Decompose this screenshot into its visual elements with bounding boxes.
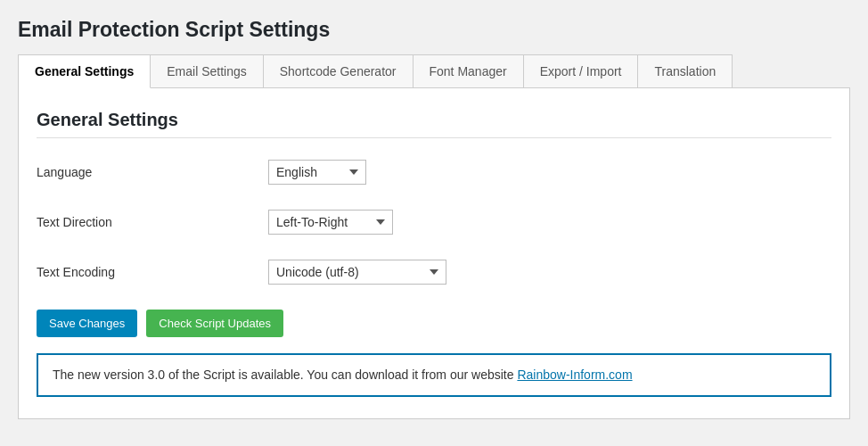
- save-changes-button[interactable]: Save Changes: [37, 310, 137, 337]
- tab-translation[interactable]: Translation: [638, 55, 732, 87]
- text-direction-control: Left-To-Right Right-To-Left: [268, 210, 393, 235]
- tab-general-settings[interactable]: General Settings: [19, 55, 151, 88]
- text-direction-label: Text Direction: [37, 215, 268, 229]
- page-title: Email Protection Script Settings: [18, 18, 850, 42]
- buttons-row: Save Changes Check Script Updates: [37, 310, 831, 337]
- language-row: Language English French German Spanish I…: [37, 160, 831, 185]
- language-label: Language: [37, 165, 268, 179]
- text-encoding-select[interactable]: Unicode (utf-8) ISO-8859-1 UTF-16: [268, 260, 446, 285]
- text-encoding-control: Unicode (utf-8) ISO-8859-1 UTF-16: [268, 260, 446, 285]
- notice-text: The new version 3.0 of the Script is ava…: [53, 368, 517, 382]
- content-area: General Settings Language English French…: [18, 87, 850, 419]
- tab-email-settings[interactable]: Email Settings: [151, 55, 263, 87]
- text-encoding-row: Text Encoding Unicode (utf-8) ISO-8859-1…: [37, 260, 831, 285]
- text-direction-row: Text Direction Left-To-Right Right-To-Le…: [37, 210, 831, 235]
- section-title: General Settings: [37, 110, 831, 138]
- language-control: English French German Spanish Italian: [268, 160, 366, 185]
- language-select[interactable]: English French German Spanish Italian: [268, 160, 366, 185]
- notice-box: The new version 3.0 of the Script is ava…: [37, 353, 831, 397]
- tab-export-import[interactable]: Export / Import: [524, 55, 639, 87]
- tab-shortcode-generator[interactable]: Shortcode Generator: [264, 55, 414, 87]
- text-direction-select[interactable]: Left-To-Right Right-To-Left: [268, 210, 393, 235]
- tab-font-manager[interactable]: Font Manager: [414, 55, 524, 87]
- check-script-updates-button[interactable]: Check Script Updates: [146, 310, 283, 337]
- notice-link[interactable]: Rainbow-Inform.com: [517, 368, 632, 382]
- text-encoding-label: Text Encoding: [37, 265, 268, 279]
- tabs-bar: General Settings Email Settings Shortcod…: [18, 54, 733, 87]
